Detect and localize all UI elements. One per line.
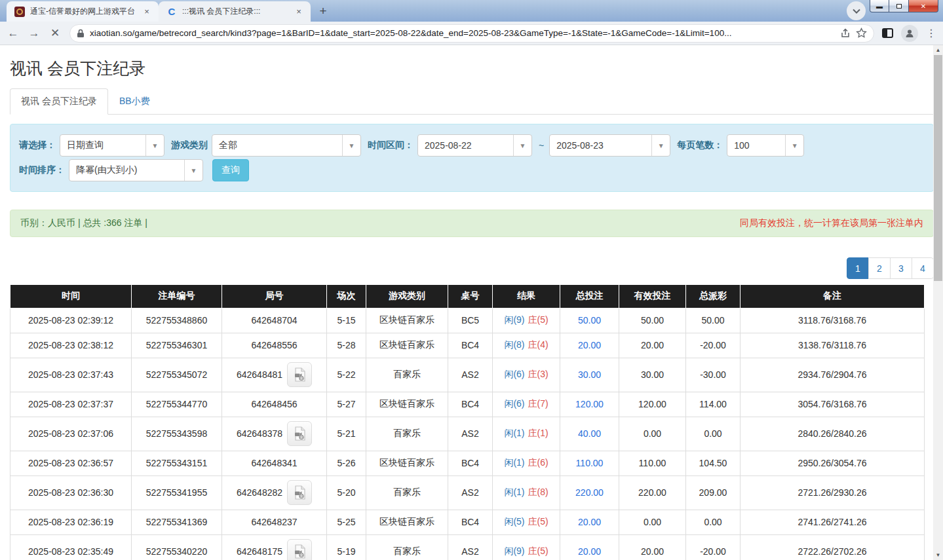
new-tab-button[interactable]: + <box>315 3 332 20</box>
total-bet-cell: 220.00 <box>560 476 619 510</box>
round-number: 642648175 <box>237 546 282 557</box>
round-number: 642648704 <box>251 315 297 326</box>
per-page-label: 每页笔数： <box>677 140 723 151</box>
bet-number-cell: 522755341369 <box>132 510 222 534</box>
note-cell: 2722.26/2702.26 <box>741 534 925 560</box>
page-button-1[interactable]: 1 <box>847 257 869 279</box>
tongbao-favicon-icon <box>14 7 25 17</box>
close-tab-icon[interactable]: × <box>142 7 152 16</box>
sort-select[interactable]: 降幂(由大到小) ▼ <box>69 159 203 181</box>
restore-button[interactable] <box>889 0 908 12</box>
video-replay-button[interactable] <box>287 539 312 560</box>
total-bet-link[interactable]: 40.00 <box>578 428 601 439</box>
browser-menu-icon[interactable]: ⋮ <box>926 27 936 39</box>
share-icon[interactable] <box>840 28 851 39</box>
table-body: 2025-08-23 02:39:12522755348860642648704… <box>10 308 925 560</box>
column-header: 场次 <box>327 285 366 308</box>
table-row: 2025-08-23 02:37:37522755344770642648456… <box>10 392 925 417</box>
total-bet-link[interactable]: 30.00 <box>578 369 601 380</box>
scroll-up-icon[interactable]: ▲ <box>933 45 943 55</box>
close-window-button[interactable]: ✕ <box>908 0 938 12</box>
tab-search-button[interactable] <box>847 1 866 20</box>
column-header: 备注 <box>741 285 925 308</box>
total-bet-link[interactable]: 20.00 <box>578 517 601 527</box>
date-start-select[interactable]: 2025-08-22 ▼ <box>417 134 532 157</box>
result-cell: 闲(1)庄(6) <box>493 451 560 476</box>
total-bet-link[interactable]: 220.00 <box>575 487 604 498</box>
note-cell: 2934.76/2904.76 <box>741 358 925 392</box>
result-cell: 闲(1)庄(1) <box>493 417 560 451</box>
video-file-icon <box>292 426 307 441</box>
total-bet-link[interactable]: 20.00 <box>578 546 601 557</box>
round-number: 642648456 <box>251 399 297 409</box>
page-scrollbar[interactable]: ▲ ▼ <box>933 45 943 560</box>
tab-betrecord[interactable]: 视讯 会员下注纪录 <box>10 88 108 115</box>
chevron-down-icon: ▼ <box>184 160 202 181</box>
game-type-cell: 百家乐 <box>366 358 448 392</box>
total-bet-link[interactable]: 120.00 <box>575 399 604 409</box>
total-bet-link[interactable]: 110.00 <box>576 458 604 468</box>
video-replay-button[interactable] <box>287 362 312 387</box>
payout-cell: -30.00 <box>686 358 741 392</box>
date-mode-select[interactable]: 日期查询 ▼ <box>60 134 164 157</box>
round-number-cell: 642648237 <box>222 510 327 534</box>
total-bet-link[interactable]: 20.00 <box>578 340 601 350</box>
table-code-cell: AS2 <box>448 476 493 510</box>
page-button-3[interactable]: 3 <box>890 257 912 279</box>
browser-tab-tongbao[interactable]: 通宝-信誉最好的网上游戏平台 × <box>7 1 159 22</box>
table-row: 2025-08-23 02:35:49522755340220642648175… <box>10 534 925 560</box>
player-result: 闲(1) <box>504 457 524 468</box>
forward-button[interactable]: → <box>28 27 41 40</box>
video-replay-button[interactable] <box>287 421 312 446</box>
chevron-down-icon: ▼ <box>785 135 803 156</box>
payout-cell: 0.00 <box>686 417 741 451</box>
back-button[interactable]: ← <box>7 27 20 40</box>
bookmark-star-icon[interactable] <box>856 28 867 39</box>
per-page-select[interactable]: 100 ▼ <box>727 134 804 157</box>
date-range-label: 时间区间： <box>368 140 414 151</box>
video-file-icon <box>292 485 307 500</box>
total-bet-cell: 20.00 <box>560 534 619 560</box>
bet-number-cell: 522755348860 <box>132 308 222 333</box>
scrollbar-thumb[interactable] <box>934 55 942 281</box>
result-cell: 闲(8)庄(4) <box>493 333 560 358</box>
minimize-button[interactable]: ▬ <box>870 0 889 12</box>
page-button-4[interactable]: 4 <box>912 257 934 279</box>
column-header: 桌号 <box>448 285 493 308</box>
chevron-down-icon: ▼ <box>651 135 670 156</box>
table-code-cell: AS2 <box>448 534 493 560</box>
video-replay-button[interactable] <box>287 480 312 505</box>
bet-number-cell: 522755344770 <box>132 392 222 417</box>
total-bet-cell: 50.00 <box>560 308 619 333</box>
time-cell: 2025-08-23 02:35:49 <box>10 534 132 560</box>
close-tab-icon[interactable]: × <box>294 7 304 16</box>
time-cell: 2025-08-23 02:37:06 <box>10 417 132 451</box>
page-button-2[interactable]: 2 <box>868 257 891 279</box>
table-code-cell: AS2 <box>448 358 493 392</box>
table-row: 2025-08-23 02:36:57522755343151642648341… <box>10 451 925 476</box>
date-end-select[interactable]: 2025-08-23 ▼ <box>549 134 670 157</box>
game-type-select[interactable]: 全部 ▼ <box>212 134 361 157</box>
table-code-cell: BC4 <box>448 333 493 358</box>
browser-tab-betrecord[interactable]: C :::视讯 会员下注纪录::: × <box>159 1 311 22</box>
total-bet-link[interactable]: 50.00 <box>578 315 601 326</box>
stop-loading-button[interactable]: ✕ <box>48 26 62 40</box>
tab-bb-tip[interactable]: BB小费 <box>108 88 161 115</box>
bet-records-table: 时间注单编号局号场次游戏类别桌号结果总投注有效投注总派彩备注 2025-08-2… <box>10 285 925 560</box>
time-cell: 2025-08-23 02:37:37 <box>10 392 132 417</box>
valid-bet-cell: 0.00 <box>619 417 686 451</box>
bet-number-cell: 522755346301 <box>132 333 222 358</box>
total-bet-cell: 20.00 <box>560 510 619 534</box>
chevron-down-icon: ▼ <box>145 135 164 156</box>
side-panel-icon[interactable] <box>882 28 893 38</box>
scroll-down-icon[interactable]: ▼ <box>933 550 943 560</box>
search-button[interactable]: 查询 <box>212 159 249 181</box>
address-bar[interactable]: xiaotian.so/game/betrecord_search/kind3?… <box>69 24 874 43</box>
window-titlebar: 通宝-信誉最好的网上游戏平台 × C :::视讯 会员下注纪录::: × + ▬… <box>0 0 943 22</box>
payout-cell: 209.00 <box>686 476 741 510</box>
profile-avatar[interactable] <box>901 25 918 42</box>
total-bet-cell: 20.00 <box>560 333 619 358</box>
payout-cell: 114.00 <box>686 392 741 417</box>
note-cell: 3138.76/3118.76 <box>741 333 925 358</box>
time-cell: 2025-08-23 02:36:30 <box>10 476 132 510</box>
